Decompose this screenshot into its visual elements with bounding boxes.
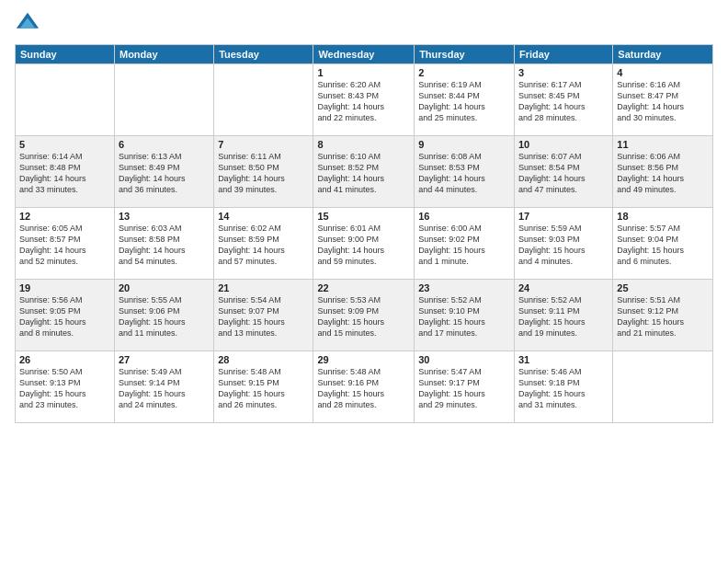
day-info: Sunrise: 5:52 AM Sunset: 9:10 PM Dayligh…: [418, 294, 510, 339]
day-number: 22: [317, 282, 410, 293]
calendar-header-row: SundayMondayTuesdayWednesdayThursdayFrid…: [16, 45, 713, 64]
calendar-header-sunday: Sunday: [16, 45, 115, 64]
calendar-cell: 2Sunrise: 6:19 AM Sunset: 8:44 PM Daylig…: [415, 64, 515, 136]
calendar-week-row: 19Sunrise: 5:56 AM Sunset: 9:05 PM Dayli…: [16, 280, 713, 351]
day-info: Sunrise: 5:59 AM Sunset: 9:03 PM Dayligh…: [518, 223, 609, 268]
calendar-cell: 31Sunrise: 5:46 AM Sunset: 9:18 PM Dayli…: [514, 351, 612, 423]
calendar-cell: [114, 64, 213, 136]
calendar-cell: 21Sunrise: 5:54 AM Sunset: 9:07 PM Dayli…: [214, 280, 313, 351]
day-number: 3: [518, 67, 609, 78]
day-number: 29: [317, 354, 410, 365]
calendar-cell: 28Sunrise: 5:48 AM Sunset: 9:15 PM Dayli…: [214, 351, 313, 423]
day-number: 27: [119, 354, 210, 365]
day-info: Sunrise: 5:47 AM Sunset: 9:17 PM Dayligh…: [418, 366, 510, 411]
logo-icon: [15, 11, 40, 37]
calendar-cell: [214, 64, 313, 136]
day-number: 23: [418, 282, 510, 293]
calendar-cell: 17Sunrise: 5:59 AM Sunset: 9:03 PM Dayli…: [514, 208, 612, 280]
calendar-cell: 24Sunrise: 5:52 AM Sunset: 9:11 PM Dayli…: [514, 280, 612, 351]
day-number: 31: [518, 354, 609, 365]
day-info: Sunrise: 6:08 AM Sunset: 8:53 PM Dayligh…: [418, 151, 510, 196]
calendar-cell: 12Sunrise: 6:05 AM Sunset: 8:57 PM Dayli…: [16, 208, 115, 280]
day-number: 9: [418, 139, 510, 150]
page: SundayMondayTuesdayWednesdayThursdayFrid…: [0, 0, 728, 563]
day-info: Sunrise: 6:02 AM Sunset: 8:59 PM Dayligh…: [218, 223, 309, 268]
day-info: Sunrise: 5:56 AM Sunset: 9:05 PM Dayligh…: [19, 294, 110, 339]
day-info: Sunrise: 6:01 AM Sunset: 9:00 PM Dayligh…: [317, 223, 410, 268]
calendar-cell: [16, 64, 115, 136]
calendar-cell: 11Sunrise: 6:06 AM Sunset: 8:56 PM Dayli…: [613, 136, 713, 208]
day-number: 14: [218, 211, 309, 222]
day-number: 13: [119, 211, 210, 222]
day-number: 19: [19, 282, 110, 293]
calendar-header-friday: Friday: [514, 45, 612, 64]
calendar-header-saturday: Saturday: [613, 45, 713, 64]
day-info: Sunrise: 6:14 AM Sunset: 8:48 PM Dayligh…: [19, 151, 110, 196]
calendar-cell: 18Sunrise: 5:57 AM Sunset: 9:04 PM Dayli…: [613, 208, 713, 280]
calendar-cell: 13Sunrise: 6:03 AM Sunset: 8:58 PM Dayli…: [114, 208, 213, 280]
calendar-cell: 29Sunrise: 5:48 AM Sunset: 9:16 PM Dayli…: [313, 351, 415, 423]
day-info: Sunrise: 5:52 AM Sunset: 9:11 PM Dayligh…: [518, 294, 609, 339]
calendar-header-tuesday: Tuesday: [214, 45, 313, 64]
calendar-cell: 20Sunrise: 5:55 AM Sunset: 9:06 PM Dayli…: [114, 280, 213, 351]
day-number: 16: [418, 211, 510, 222]
calendar-cell: 3Sunrise: 6:17 AM Sunset: 8:45 PM Daylig…: [514, 64, 612, 136]
day-info: Sunrise: 5:49 AM Sunset: 9:14 PM Dayligh…: [119, 366, 210, 411]
calendar-cell: 27Sunrise: 5:49 AM Sunset: 9:14 PM Dayli…: [114, 351, 213, 423]
day-number: 20: [119, 282, 210, 293]
calendar-week-row: 12Sunrise: 6:05 AM Sunset: 8:57 PM Dayli…: [16, 208, 713, 280]
calendar-header-monday: Monday: [114, 45, 213, 64]
day-number: 11: [617, 139, 709, 150]
day-number: 26: [19, 354, 110, 365]
day-info: Sunrise: 6:20 AM Sunset: 8:43 PM Dayligh…: [317, 79, 410, 124]
day-info: Sunrise: 5:55 AM Sunset: 9:06 PM Dayligh…: [119, 294, 210, 339]
day-number: 4: [617, 67, 709, 78]
calendar-cell: [613, 351, 713, 423]
calendar-cell: 30Sunrise: 5:47 AM Sunset: 9:17 PM Dayli…: [415, 351, 515, 423]
calendar-header-thursday: Thursday: [415, 45, 515, 64]
calendar-cell: 6Sunrise: 6:13 AM Sunset: 8:49 PM Daylig…: [114, 136, 213, 208]
day-info: Sunrise: 5:53 AM Sunset: 9:09 PM Dayligh…: [317, 294, 410, 339]
day-info: Sunrise: 6:10 AM Sunset: 8:52 PM Dayligh…: [317, 151, 410, 196]
calendar-cell: 23Sunrise: 5:52 AM Sunset: 9:10 PM Dayli…: [415, 280, 515, 351]
day-number: 7: [218, 139, 309, 150]
day-number: 15: [317, 211, 410, 222]
day-info: Sunrise: 6:13 AM Sunset: 8:49 PM Dayligh…: [119, 151, 210, 196]
day-number: 30: [418, 354, 510, 365]
calendar-cell: 5Sunrise: 6:14 AM Sunset: 8:48 PM Daylig…: [16, 136, 115, 208]
day-number: 6: [119, 139, 210, 150]
day-info: Sunrise: 6:00 AM Sunset: 9:02 PM Dayligh…: [418, 223, 510, 268]
day-number: 10: [518, 139, 609, 150]
calendar-cell: 10Sunrise: 6:07 AM Sunset: 8:54 PM Dayli…: [514, 136, 612, 208]
day-info: Sunrise: 5:54 AM Sunset: 9:07 PM Dayligh…: [218, 294, 309, 339]
calendar-table: SundayMondayTuesdayWednesdayThursdayFrid…: [15, 44, 713, 423]
day-info: Sunrise: 5:46 AM Sunset: 9:18 PM Dayligh…: [518, 366, 609, 411]
day-info: Sunrise: 6:03 AM Sunset: 8:58 PM Dayligh…: [119, 223, 210, 268]
day-info: Sunrise: 5:51 AM Sunset: 9:12 PM Dayligh…: [617, 294, 709, 339]
calendar-cell: 8Sunrise: 6:10 AM Sunset: 8:52 PM Daylig…: [313, 136, 415, 208]
calendar-cell: 26Sunrise: 5:50 AM Sunset: 9:13 PM Dayli…: [16, 351, 115, 423]
day-number: 2: [418, 67, 510, 78]
day-number: 24: [518, 282, 609, 293]
calendar-week-row: 1Sunrise: 6:20 AM Sunset: 8:43 PM Daylig…: [16, 64, 713, 136]
day-info: Sunrise: 5:48 AM Sunset: 9:15 PM Dayligh…: [218, 366, 309, 411]
day-number: 12: [19, 211, 110, 222]
day-info: Sunrise: 6:16 AM Sunset: 8:47 PM Dayligh…: [617, 79, 709, 124]
header: [15, 11, 713, 37]
calendar-cell: 9Sunrise: 6:08 AM Sunset: 8:53 PM Daylig…: [415, 136, 515, 208]
day-info: Sunrise: 6:11 AM Sunset: 8:50 PM Dayligh…: [218, 151, 309, 196]
calendar-cell: 22Sunrise: 5:53 AM Sunset: 9:09 PM Dayli…: [313, 280, 415, 351]
day-info: Sunrise: 5:57 AM Sunset: 9:04 PM Dayligh…: [617, 223, 709, 268]
day-number: 21: [218, 282, 309, 293]
calendar-cell: 4Sunrise: 6:16 AM Sunset: 8:47 PM Daylig…: [613, 64, 713, 136]
day-info: Sunrise: 6:07 AM Sunset: 8:54 PM Dayligh…: [518, 151, 609, 196]
day-number: 1: [317, 67, 410, 78]
calendar-week-row: 5Sunrise: 6:14 AM Sunset: 8:48 PM Daylig…: [16, 136, 713, 208]
day-info: Sunrise: 6:19 AM Sunset: 8:44 PM Dayligh…: [418, 79, 510, 124]
day-info: Sunrise: 6:17 AM Sunset: 8:45 PM Dayligh…: [518, 79, 609, 124]
calendar-header-wednesday: Wednesday: [313, 45, 415, 64]
calendar-cell: 14Sunrise: 6:02 AM Sunset: 8:59 PM Dayli…: [214, 208, 313, 280]
day-number: 25: [617, 282, 709, 293]
day-number: 17: [518, 211, 609, 222]
calendar-week-row: 26Sunrise: 5:50 AM Sunset: 9:13 PM Dayli…: [16, 351, 713, 423]
